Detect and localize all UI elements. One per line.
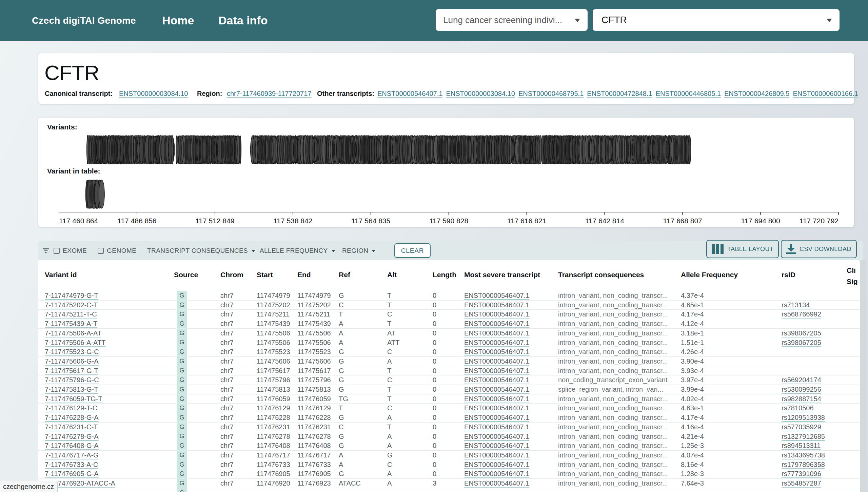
cell-length: 0 [433, 451, 436, 460]
cell-freq: 4.17e-4 [681, 310, 704, 319]
variant-id-link[interactable]: 7-117476228-G-A [45, 413, 99, 423]
variant-id-link[interactable]: 7-117476059-TG-T [45, 394, 102, 404]
nav-data-info[interactable]: Data info [218, 0, 268, 41]
transcript-link[interactable]: ENST00000546407.1 [464, 479, 529, 488]
gene-meta-line: Canonical transcript: ENST00000003084.10… [38, 90, 854, 99]
variant-id-link[interactable]: 7-117475813-G-T [45, 385, 98, 394]
variant-id-link[interactable]: 7-117476231-C-T [45, 423, 98, 432]
variant-id-link[interactable]: 7-117475606-G-A [45, 357, 99, 366]
allele-frequency-dropdown[interactable]: ALLELE FREQUENCY [260, 241, 335, 260]
variant-id-link[interactable]: 7-117476278-G-A [45, 432, 99, 442]
transcript-link[interactable]: ENST00000546407.1 [464, 366, 529, 376]
transcript-link[interactable]: ENST00000546407.1 [464, 432, 529, 442]
rsid-link[interactable]: rs577035929 [782, 423, 821, 432]
variant-id-link[interactable]: 7-117475617-G-T [45, 366, 98, 376]
variant-id-link[interactable]: 7-117475506-A-AT [45, 329, 101, 338]
other-transcript-link[interactable]: ENST00000600166.1 [793, 90, 858, 98]
rsid-link[interactable]: rs894513311 [782, 441, 821, 451]
genome-checkbox[interactable] [98, 248, 104, 254]
transcript-link[interactable]: ENST00000546407.1 [464, 338, 529, 348]
variant-id-link[interactable]: 7-117476408-G-A [45, 441, 99, 451]
table-scrollbar[interactable] [860, 260, 867, 492]
transcript-link[interactable]: ENST00000546407.1 [464, 357, 529, 366]
source-badge: G [177, 423, 187, 432]
variants-table: Variant idSourceChromStartEndRefAltLengt… [38, 260, 860, 492]
transcript-link[interactable]: ENST00000546407.1 [464, 413, 529, 423]
transcript-link[interactable]: ENST00000546407.1 [464, 451, 529, 460]
variant-id-link[interactable]: 7-117475211-T-C [45, 310, 97, 319]
transcript-link[interactable]: ENST00000546407.1 [464, 375, 529, 385]
variant-id-link[interactable]: 7-117475506-A-ATT [45, 338, 105, 348]
rsid-link[interactable]: rs713134 [782, 301, 810, 310]
variant-id-link[interactable]: 7-117476129-T-C [45, 404, 97, 413]
transcript-link[interactable]: ENST00000546407.1 [464, 441, 529, 451]
variant-id-link[interactable]: 7-117476717-A-G [45, 451, 99, 460]
other-transcript-link[interactable]: ENST00000003084.10 [446, 90, 515, 98]
transcript-link[interactable]: ENST00000546407.1 [464, 329, 529, 338]
other-transcript-link[interactable]: ENST00000546407.1 [377, 90, 442, 98]
variants-density-plot[interactable]: 117 460 864117 486 856117 512 849117 538… [38, 118, 854, 227]
gene-select[interactable]: CFTR [593, 9, 840, 31]
transcript-link[interactable]: ENST00000546407.1 [464, 394, 529, 404]
rsid-link[interactable]: rs1327912685 [782, 432, 825, 442]
svg-text:117 538 842: 117 538 842 [273, 217, 312, 225]
transcript-link[interactable]: ENST00000546407.1 [464, 385, 529, 394]
rsid-link[interactable]: rs530099256 [782, 385, 821, 394]
region-link[interactable]: chr7-117460939-117720717 [227, 90, 311, 98]
cohort-select[interactable]: Lung cancer screening indivi... [436, 9, 588, 31]
rsid-link[interactable]: rs568766992 [782, 310, 821, 319]
cell-end: 117475506 [297, 338, 331, 348]
transcript-link[interactable]: ENST00000546407.1 [464, 404, 529, 413]
other-transcript-link[interactable]: ENST00000472848.1 [587, 90, 652, 98]
nav-home[interactable]: Home [162, 0, 194, 41]
gene-summary-card: CFTR Canonical transcript: ENST000000030… [38, 53, 854, 104]
clear-filters-button[interactable]: CLEAR [394, 243, 431, 258]
transcript-link[interactable]: ENST00000546407.1 [464, 319, 529, 329]
cell-start: 117476905 [257, 469, 290, 479]
transcript-link[interactable]: ENST00000546407.1 [464, 460, 529, 470]
rsid-link[interactable]: rs554857287 [782, 479, 821, 488]
cell-end: 117476733 [297, 460, 331, 470]
variant-id-link[interactable]: 7-117475439-A-T [45, 319, 97, 329]
transcript-consequences-dropdown[interactable]: TRANSCRIPT CONSEQUENCES [147, 241, 255, 260]
column-header-consequences: Transcript consequences [558, 271, 644, 279]
rsid-link[interactable]: rs1209513938 [782, 413, 825, 423]
cell-start: 117475506 [257, 338, 290, 348]
variant-id-link[interactable]: 7-117474979-G-T [45, 291, 98, 301]
rsid-link[interactable]: rs777391096 [782, 469, 821, 479]
transcript-link[interactable]: ENST00000546407.1 [464, 469, 529, 479]
transcript-link[interactable]: ENST00000546407.1 [464, 347, 529, 357]
cell-start: 117475606 [257, 357, 290, 366]
rsid-link[interactable]: rs398067205 [782, 329, 821, 338]
rsid-link[interactable]: rs7810506 [782, 404, 814, 413]
variant-id-link[interactable]: 7-117475202-C-T [45, 301, 98, 310]
transcript-link[interactable]: ENST00000546407.1 [464, 423, 529, 432]
table-row: 7-117476733-A-CGchr7117476733117476733AC… [38, 460, 860, 469]
cell-end: 117476408 [297, 441, 331, 451]
cell-chrom: chr7 [220, 441, 234, 451]
other-transcript-link[interactable]: ENST00000446805.1 [656, 90, 721, 98]
rsid-link[interactable]: rs1343695738 [782, 451, 825, 460]
variant-id-link[interactable]: 7-117476733-A-C [45, 460, 98, 470]
variant-id-link[interactable]: 7-117475523-G-C [45, 347, 99, 357]
rsid-link[interactable]: rs398067205 [782, 338, 821, 348]
other-transcript-link[interactable]: ENST00000426809.5 [724, 90, 789, 98]
source-badge: G [177, 347, 187, 356]
variant-id-link[interactable]: 7-117475796-G-C [45, 375, 99, 385]
rsid-link[interactable]: rs569204174 [782, 375, 821, 385]
transcript-link[interactable]: ENST00000546407.1 [464, 301, 529, 310]
canonical-transcript-link[interactable]: ENST00000003084.10 [119, 90, 188, 98]
exome-checkbox[interactable] [54, 248, 60, 254]
csv-download-button[interactable]: CSV DOWNLOAD [781, 240, 857, 258]
region-dropdown[interactable]: REGION [342, 241, 376, 260]
exome-checkbox-label[interactable]: EXOME [63, 241, 87, 260]
table-layout-button[interactable]: TABLE LAYOUT [706, 240, 779, 258]
transcript-link[interactable]: ENST00000546407.1 [464, 291, 529, 301]
cell-ref: C [339, 423, 343, 432]
genome-checkbox-label[interactable]: GENOME [107, 241, 136, 260]
rsid-link[interactable]: rs1797896358 [782, 460, 825, 470]
other-transcript-link[interactable]: ENST00000468795.1 [518, 90, 584, 98]
variant-id-link[interactable]: 7-117476905-G-A [45, 469, 99, 479]
rsid-link[interactable]: rs982887154 [782, 394, 821, 404]
transcript-link[interactable]: ENST00000546407.1 [464, 310, 529, 319]
